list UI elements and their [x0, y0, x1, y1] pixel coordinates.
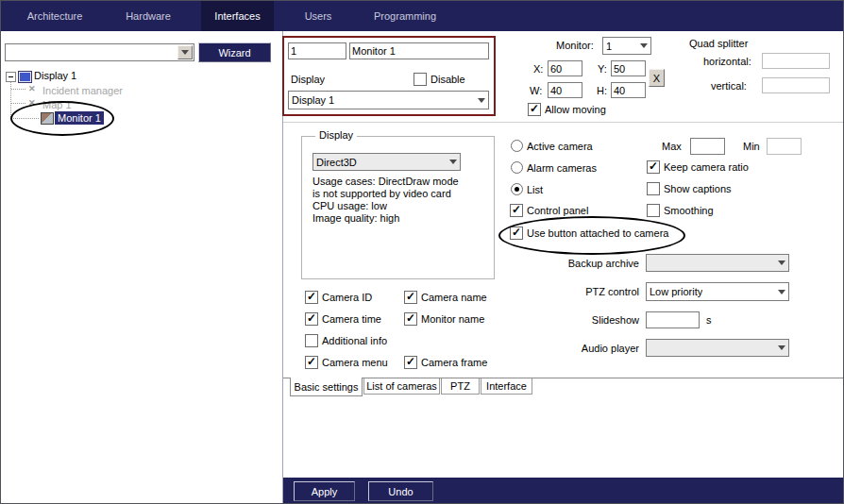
checkbox-box[interactable]	[305, 312, 318, 326]
checkbox-box[interactable]	[404, 291, 417, 304]
checkbox-box[interactable]	[414, 73, 427, 86]
horizontal-input[interactable]	[762, 53, 830, 69]
radio-circle[interactable]	[511, 161, 523, 174]
backup-archive-select[interactable]	[646, 254, 789, 272]
x-icon	[27, 98, 39, 109]
tree-filter-combo[interactable]	[5, 43, 194, 61]
audio-player-select[interactable]	[646, 339, 789, 357]
radio-label: Active camera	[527, 141, 593, 152]
display-select-value: Display 1	[292, 94, 334, 106]
radio-circle[interactable]	[511, 183, 523, 195]
navtab-programming[interactable]: Programming	[363, 1, 447, 31]
tab-basic-settings[interactable]: Basic settings	[290, 378, 363, 396]
h-label: H:	[597, 85, 607, 96]
max-label: Max	[662, 141, 682, 152]
render-mode-select[interactable]: Direct3D	[312, 153, 461, 171]
checkbox-box[interactable]	[404, 312, 417, 326]
alarm-cameras-radio[interactable]: Alarm cameras	[511, 161, 597, 174]
tree-expander-icon[interactable]	[6, 72, 16, 82]
min-label: Min	[743, 141, 760, 152]
app-window: Architecture Hardware Interfaces Users P…	[0, 0, 844, 504]
object-id-input[interactable]	[288, 42, 346, 59]
object-tree-panel: Wizard Display 1 Incident manager Map 1 …	[1, 31, 283, 504]
footer-bar: Apply Undo	[283, 478, 844, 504]
checkbox-box[interactable]	[404, 356, 417, 369]
slideshow-input[interactable]	[646, 311, 700, 328]
checkbox-label: Monitor name	[421, 313, 484, 325]
chevron-down-icon[interactable]	[774, 255, 788, 271]
display-info-line: is not supported by video card	[312, 188, 451, 199]
checkbox-label: Additional info	[322, 335, 387, 346]
checkbox-box[interactable]	[305, 334, 318, 347]
active-camera-radio[interactable]: Active camera	[511, 140, 593, 152]
checkbox-label: Camera ID	[322, 292, 372, 303]
display-icon	[18, 71, 32, 83]
y-input[interactable]	[611, 60, 646, 76]
use-button-attached-checkbox[interactable]: Use button attached to camera	[510, 227, 668, 240]
tab-interface[interactable]: Interface	[481, 378, 532, 395]
monitor-name-checkbox[interactable]: Monitor name	[404, 312, 484, 326]
camera-id-checkbox[interactable]: Camera ID	[305, 291, 372, 304]
tree-connector	[11, 89, 25, 90]
settings-panel: Display Disable Display 1 Monitor: 1 X: …	[283, 31, 844, 504]
allow-moving-checkbox[interactable]: Allow moving	[528, 103, 606, 116]
x-label: X:	[533, 63, 543, 75]
smoothing-checkbox[interactable]: Smoothing	[647, 204, 714, 217]
display-info-line: Usage cases: DirectDraw mode	[312, 176, 459, 187]
show-captions-checkbox[interactable]: Show captions	[647, 182, 732, 195]
max-input[interactable]	[690, 138, 725, 155]
min-input[interactable]	[767, 138, 802, 155]
monitor-select-value: 1	[606, 41, 612, 52]
keep-camera-ratio-checkbox[interactable]: Keep camera ratio	[647, 160, 749, 174]
tree-item-monitor[interactable]: Monitor 1	[55, 111, 104, 125]
radio-circle[interactable]	[511, 140, 523, 152]
checkbox-box[interactable]	[510, 204, 523, 217]
checkbox-label: Camera frame	[421, 357, 487, 368]
chevron-down-icon[interactable]	[774, 340, 788, 356]
object-name-input[interactable]	[349, 42, 489, 59]
x-input[interactable]	[548, 60, 582, 76]
checkbox-label: Show captions	[664, 183, 732, 194]
camera-name-checkbox[interactable]: Camera name	[404, 291, 487, 304]
checkbox-box[interactable]	[647, 182, 660, 195]
monitor-select[interactable]: 1	[602, 37, 651, 55]
chevron-down-icon[interactable]	[446, 154, 460, 170]
vertical-input[interactable]	[762, 77, 830, 93]
chevron-down-icon[interactable]	[636, 38, 650, 54]
checkbox-box[interactable]	[305, 291, 318, 304]
camera-time-checkbox[interactable]: Camera time	[305, 312, 381, 326]
additional-info-checkbox[interactable]: Additional info	[305, 334, 387, 347]
w-input[interactable]	[548, 82, 582, 98]
tab-ptz[interactable]: PTZ	[441, 378, 480, 395]
chevron-down-icon[interactable]	[774, 283, 788, 300]
radio-label: List	[527, 184, 543, 195]
undo-button[interactable]: Undo	[368, 481, 433, 501]
chevron-down-icon[interactable]	[474, 92, 488, 109]
tab-list-of-cameras[interactable]: List of cameras	[363, 378, 440, 395]
display-select[interactable]: Display 1	[288, 91, 489, 109]
tree-item-display[interactable]: Display 1	[34, 70, 76, 81]
list-radio[interactable]: List	[511, 183, 543, 195]
disable-checkbox[interactable]: Disable	[414, 73, 465, 86]
camera-frame-checkbox[interactable]: Camera frame	[404, 356, 487, 369]
checkbox-box[interactable]	[647, 160, 660, 174]
clear-geometry-button[interactable]: X	[649, 69, 665, 87]
checkbox-box[interactable]	[305, 356, 318, 369]
checkbox-box[interactable]	[528, 103, 541, 116]
checkbox-box[interactable]	[510, 227, 523, 240]
apply-button[interactable]: Apply	[294, 481, 355, 501]
ptz-control-select[interactable]: Low priority	[646, 282, 789, 301]
camera-menu-checkbox[interactable]: Camera menu	[305, 356, 388, 369]
navtab-interfaces[interactable]: Interfaces	[201, 1, 274, 31]
navtab-users[interactable]: Users	[287, 1, 349, 31]
tree-item-incident-manager[interactable]: Incident manager	[42, 85, 123, 96]
tree-item-map[interactable]: Map 1	[42, 99, 72, 110]
h-input[interactable]	[611, 82, 646, 98]
control-panel-checkbox[interactable]: Control panel	[510, 204, 588, 217]
checkbox-box[interactable]	[647, 204, 660, 217]
wizard-button[interactable]: Wizard	[198, 42, 271, 62]
navtab-hardware[interactable]: Hardware	[110, 1, 186, 31]
navtab-architecture[interactable]: Architecture	[12, 1, 97, 31]
chevron-down-icon[interactable]	[177, 45, 193, 59]
display-label: Display	[291, 74, 325, 85]
